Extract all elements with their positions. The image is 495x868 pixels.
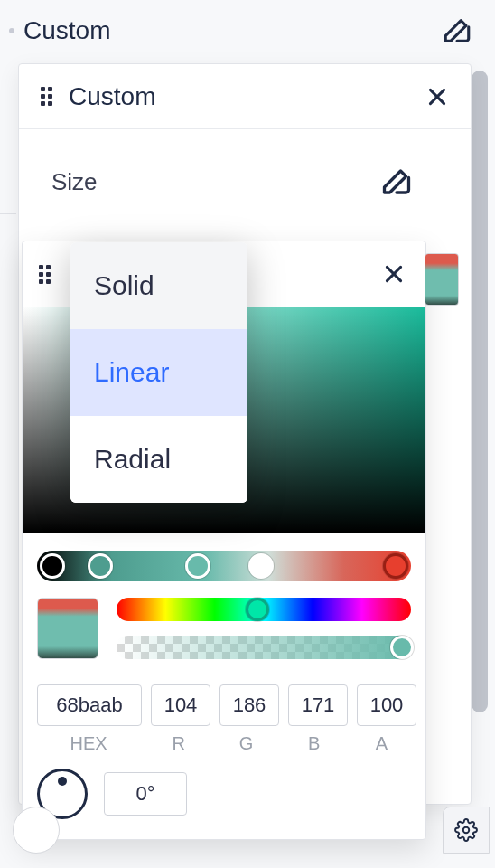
custom-panel-title: Custom (69, 82, 155, 111)
bullet-icon (9, 28, 14, 33)
angle-input[interactable] (104, 772, 187, 816)
r-label: R (149, 733, 208, 754)
hue-thumb[interactable] (246, 598, 269, 621)
gradient-type-menu: Solid Linear Radial (70, 242, 248, 503)
page-title: Custom (23, 16, 110, 45)
drag-handle-icon[interactable] (39, 265, 51, 284)
menu-item-label: Solid (94, 270, 154, 301)
color-labels-row: HEX R G B A (23, 726, 425, 754)
drag-handle-icon[interactable] (41, 87, 52, 106)
menu-item-linear[interactable]: Linear (70, 329, 248, 416)
gradient-preview-chip[interactable] (425, 253, 459, 306)
gradient-stop[interactable] (88, 553, 113, 579)
background-shape (13, 807, 60, 854)
edit-button[interactable] (437, 11, 477, 51)
menu-item-solid[interactable]: Solid (70, 242, 248, 329)
gradient-stop[interactable] (185, 553, 210, 579)
scrollbar[interactable] (472, 71, 488, 712)
pencil-square-icon (442, 15, 472, 46)
hue-slider[interactable] (117, 598, 411, 621)
size-row: Size (19, 129, 471, 234)
pencil-square-icon (380, 165, 413, 198)
settings-button[interactable] (443, 807, 490, 854)
b-input[interactable] (288, 684, 348, 726)
gradient-stop[interactable] (248, 553, 274, 579)
g-label: G (217, 733, 276, 754)
close-icon (382, 262, 406, 286)
a-input[interactable] (357, 684, 416, 726)
a-label: A (352, 733, 411, 754)
alpha-thumb[interactable] (390, 636, 414, 659)
close-button[interactable] (425, 85, 449, 108)
r-input[interactable] (151, 684, 210, 726)
page-header: Custom (9, 11, 477, 51)
gradient-stop[interactable] (383, 553, 408, 579)
close-button[interactable] (382, 262, 406, 286)
b-label: B (285, 733, 343, 754)
gradient-stops-bar[interactable] (37, 551, 411, 581)
size-edit-button[interactable] (377, 162, 416, 202)
menu-item-label: Linear (94, 357, 169, 388)
hex-input[interactable] (37, 684, 142, 726)
menu-item-label: Radial (94, 444, 171, 475)
current-swatch (37, 598, 98, 659)
scrollbar-thumb[interactable] (472, 71, 488, 712)
angle-row (23, 754, 425, 819)
size-label: Size (51, 168, 98, 196)
g-input[interactable] (219, 684, 279, 726)
menu-item-radial[interactable]: Radial (70, 416, 248, 503)
gear-icon (454, 818, 478, 842)
svg-point-0 (463, 827, 470, 834)
custom-panel-header: Custom (19, 64, 471, 129)
alpha-slider[interactable] (117, 636, 411, 659)
gradient-stop[interactable] (40, 553, 65, 579)
hex-label: HEX (37, 733, 140, 754)
close-icon (425, 85, 449, 108)
color-inputs-row (23, 659, 425, 726)
